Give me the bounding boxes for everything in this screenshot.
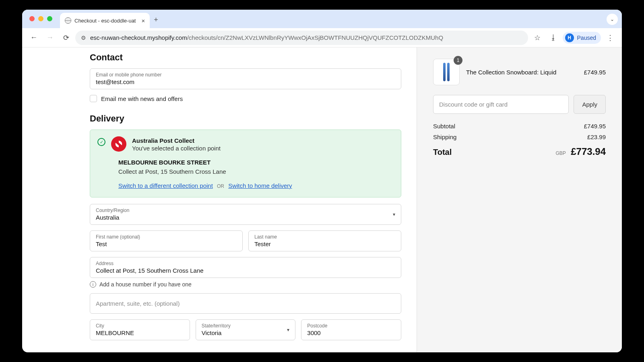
tab-title: Checkout - esc-doddle-uat — [74, 18, 136, 24]
discount-placeholder: Discount code or gift card — [439, 101, 563, 108]
browser-menu-button[interactable]: ⋮ — [603, 33, 617, 42]
switch-collection-point-link[interactable]: Switch to a different collection point — [118, 182, 213, 189]
back-button[interactable]: ← — [27, 31, 41, 45]
total-row: Total GBP £773.94 — [433, 146, 606, 157]
tab-strip: Checkout - esc-doddle-uat × + ⌄ — [22, 10, 622, 28]
chevron-down-icon: ▾ — [393, 212, 395, 217]
postcode-value: 3000 — [307, 329, 395, 336]
profile-state: Paused — [577, 35, 596, 41]
email-label: Email or mobile phone number — [96, 72, 395, 78]
city-label: City — [96, 323, 184, 329]
collect-subtitle: You've selected a collection point — [132, 145, 394, 152]
forward-button[interactable]: → — [43, 31, 57, 45]
collect-location-address: Collect at Post, 15 Southern Cross Lane — [118, 168, 394, 175]
first-name-label: First name (optional) — [96, 234, 237, 240]
country-label: Country/Region — [96, 208, 395, 213]
apartment-field[interactable]: Apartment, suite, etc. (optional) — [90, 293, 401, 314]
minimize-window-button[interactable] — [38, 16, 43, 21]
url-text: esc-nuwan-checkout.myshopify.com/checkou… — [90, 34, 443, 41]
state-value: Victoria — [202, 329, 290, 336]
site-controls-icon[interactable]: ⚙ — [81, 35, 86, 41]
total-label: Total — [433, 148, 452, 157]
news-checkbox-row[interactable]: Email me with news and offers — [90, 95, 401, 102]
address-label: Address — [96, 261, 395, 266]
discount-code-field[interactable]: Discount code or gift card — [433, 95, 569, 114]
country-select[interactable]: Country/Region Australia ▾ — [90, 204, 401, 225]
news-checkbox-label: Email me with news and offers — [101, 95, 183, 102]
switch-home-delivery-link[interactable]: Switch to home delivery — [228, 182, 292, 189]
close-window-button[interactable] — [29, 16, 35, 21]
profile-button[interactable]: H Paused — [563, 32, 601, 44]
address-value: Collect at Post, 15 Southern Cross Lane — [96, 267, 395, 274]
new-tab-button[interactable]: + — [154, 16, 158, 24]
or-divider: OR — [217, 183, 224, 189]
cart-item-price: £749.95 — [584, 69, 606, 76]
chevron-down-icon: ▾ — [287, 327, 289, 333]
checkout-main: Contact Email or mobile phone number tes… — [22, 47, 417, 352]
globe-icon — [65, 17, 71, 24]
browser-window: Checkout - esc-doddle-uat × + ⌄ ← → ⟳ ⚙ … — [22, 10, 622, 352]
checkbox-icon[interactable] — [90, 95, 97, 102]
address-field[interactable]: Address Collect at Post, 15 Southern Cro… — [90, 257, 401, 278]
subtotal-row: Subtotal £749.95 — [433, 123, 606, 130]
collect-title: Australia Post Collect — [132, 137, 394, 144]
browser-tab[interactable]: Checkout - esc-doddle-uat × — [60, 13, 150, 28]
australia-post-logo — [111, 136, 126, 152]
shipping-row: Shipping £23.99 — [433, 134, 606, 140]
state-label: State/territory — [202, 323, 290, 329]
info-icon: i — [90, 281, 96, 288]
first-name-value: Test — [96, 241, 237, 247]
shipping-value: £23.99 — [587, 134, 606, 140]
postcode-label: Postcode — [307, 323, 395, 329]
close-tab-button[interactable]: × — [141, 17, 145, 24]
postcode-field[interactable]: Postcode 3000 — [301, 319, 401, 340]
tabs-overflow-button[interactable]: ⌄ — [607, 14, 618, 25]
last-name-label: Last name — [254, 234, 395, 240]
maximize-window-button[interactable] — [47, 16, 52, 21]
shipping-label: Shipping — [433, 134, 456, 140]
last-name-value: Tester — [254, 241, 395, 247]
contact-heading: Contact — [90, 52, 401, 63]
order-summary: 1 The Collection Snowboard: Liquid £749.… — [417, 47, 622, 352]
first-name-field[interactable]: First name (optional) Test — [90, 230, 243, 251]
reload-button[interactable]: ⟳ — [59, 31, 73, 45]
subtotal-label: Subtotal — [433, 123, 455, 130]
email-value: test@test.com — [96, 78, 395, 85]
checkout-page: Contact Email or mobile phone number tes… — [22, 47, 622, 352]
last-name-field[interactable]: Last name Tester — [248, 230, 401, 251]
country-value: Australia — [96, 214, 395, 221]
delivery-heading: Delivery — [90, 113, 401, 124]
collect-location-name: MELBOURNE BOURKE STREET — [118, 159, 394, 166]
apartment-placeholder: Apartment, suite, etc. (optional) — [96, 300, 395, 307]
city-value: MELBOURNE — [96, 329, 184, 336]
email-field[interactable]: Email or mobile phone number test@test.c… — [90, 68, 401, 89]
total-currency: GBP — [555, 150, 566, 156]
address-hint-text: Add a house number if you have one — [99, 281, 192, 288]
state-select[interactable]: State/territory Victoria ▾ — [196, 319, 296, 340]
collection-point-card: ✓ Australia Post Collect You've selected… — [90, 130, 401, 197]
address-bar[interactable]: ⚙ esc-nuwan-checkout.myshopify.com/check… — [75, 31, 528, 45]
apply-discount-button[interactable]: Apply — [574, 95, 606, 114]
browser-toolbar: ← → ⟳ ⚙ esc-nuwan-checkout.myshopify.com… — [22, 28, 622, 47]
address-hint: i Add a house number if you have one — [90, 281, 401, 288]
check-circle-icon: ✓ — [97, 138, 105, 146]
total-amount: £773.94 — [571, 146, 606, 157]
subtotal-value: £749.95 — [584, 123, 606, 130]
cart-item-name: The Collection Snowboard: Liquid — [466, 69, 578, 76]
cart-item-qty-badge: 1 — [454, 56, 462, 65]
downloads-icon[interactable]: ⭳ — [547, 33, 560, 42]
window-controls — [29, 16, 52, 21]
cart-item-thumbnail: 1 — [433, 59, 460, 85]
city-field[interactable]: City MELBOURNE — [90, 319, 190, 340]
profile-avatar: H — [565, 33, 574, 42]
bookmark-icon[interactable]: ☆ — [530, 33, 544, 42]
cart-item: 1 The Collection Snowboard: Liquid £749.… — [433, 59, 606, 85]
